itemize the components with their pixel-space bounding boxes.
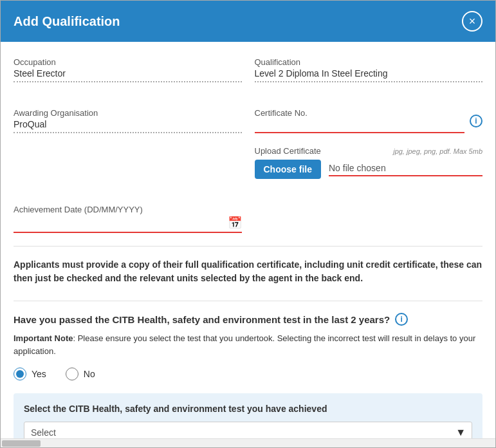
upload-header: Upload Certificate jpg, jpeg, png, pdf. … xyxy=(255,146,483,157)
modal-header: Add Qualification × xyxy=(1,1,495,42)
citb-info-icon[interactable]: i xyxy=(395,313,408,326)
cert-no-label: Certificate No. xyxy=(255,108,465,118)
divider-1 xyxy=(14,246,482,247)
calendar-icon[interactable]: 📅 xyxy=(228,216,242,230)
certificate-no-input[interactable] xyxy=(255,119,465,133)
no-radio-label[interactable]: No xyxy=(66,368,95,380)
no-file-text: No file chosen xyxy=(329,163,482,176)
close-button[interactable]: × xyxy=(462,11,482,32)
choose-file-button[interactable]: Choose file xyxy=(255,160,321,179)
form-grid-top: Occupation Steel Erector Qualification L… xyxy=(14,57,482,95)
important-note: Important Note: Please ensure you select… xyxy=(14,332,482,357)
qualification-label: Qualification xyxy=(255,57,483,67)
qualification-value: Level 2 Diploma In Steel Erecting xyxy=(255,68,483,82)
certificate-no-field: Certificate No. i xyxy=(255,108,483,133)
achievement-date-section: Achievement Date (DD/MM/YYYY) 📅 xyxy=(14,205,248,233)
achievement-date-label: Achievement Date (DD/MM/YYYY) xyxy=(14,205,242,214)
divider-2 xyxy=(14,301,482,301)
important-text: : Please ensure you select the test that… xyxy=(14,333,475,356)
occupation-value: Steel Erector xyxy=(14,68,242,82)
cert-no-info-icon[interactable]: i xyxy=(470,115,482,127)
select-wrapper: Select CITB Health, Safety and Environme… xyxy=(24,422,472,438)
occupation-field: Occupation Steel Erector xyxy=(14,57,242,82)
yes-label: Yes xyxy=(32,369,46,379)
radio-group: Yes No xyxy=(14,368,482,380)
modal-container: Add Qualification × Occupation Steel Ere… xyxy=(0,0,496,448)
occupation-label: Occupation xyxy=(14,57,242,67)
applicants-note: Applicants must provide a copy of their … xyxy=(14,258,482,285)
modal-title: Add Qualification xyxy=(14,14,120,29)
yes-radio[interactable] xyxy=(14,368,26,380)
qualification-field: Qualification Level 2 Diploma In Steel E… xyxy=(255,57,483,82)
citb-select[interactable]: Select CITB Health, Safety and Environme… xyxy=(24,422,472,438)
awarding-org-value: ProQual xyxy=(14,119,242,133)
yes-radio-label[interactable]: Yes xyxy=(14,368,46,380)
no-label: No xyxy=(84,369,95,379)
cert-no-input-wrapper: Certificate No. xyxy=(255,108,465,133)
upload-row: Choose file No file chosen xyxy=(255,160,483,179)
citb-select-label: Select the CITB Health, safety and envir… xyxy=(24,404,472,414)
scrollbar-thumb[interactable] xyxy=(2,440,41,447)
upload-label: Upload Certificate xyxy=(255,146,321,156)
date-input-row: 📅 xyxy=(14,216,242,233)
horizontal-scrollbar[interactable] xyxy=(1,438,495,447)
achievement-date-input[interactable] xyxy=(14,218,223,228)
no-radio[interactable] xyxy=(66,368,78,380)
upload-hint: jpg, jpeg, png, pdf. Max 5mb xyxy=(393,147,482,155)
form-grid-second: Awarding Organisation ProQual Certificat… xyxy=(14,108,482,192)
citb-question: Have you passed the CITB Health, safety … xyxy=(14,313,482,326)
cert-no-row: Certificate No. i xyxy=(255,108,483,133)
important-label: Important Note xyxy=(14,333,73,343)
cert-upload-column: Certificate No. i Upload Certificate jpg… xyxy=(255,108,483,192)
awarding-org-field: Awarding Organisation ProQual xyxy=(14,108,242,179)
citb-select-box: Select the CITB Health, safety and envir… xyxy=(14,393,482,438)
awarding-org-label: Awarding Organisation xyxy=(14,108,242,118)
modal-body: Occupation Steel Erector Qualification L… xyxy=(1,42,495,438)
citb-question-text: Have you passed the CITB Health, safety … xyxy=(14,314,390,325)
upload-field: Upload Certificate jpg, jpeg, png, pdf. … xyxy=(255,146,483,179)
